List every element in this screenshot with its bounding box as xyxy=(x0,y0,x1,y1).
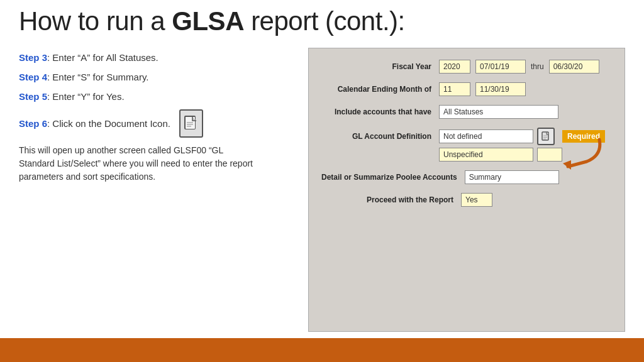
fiscal-year-row: Fiscal Year thru xyxy=(321,60,612,74)
title-brand: GLSA xyxy=(172,6,244,36)
proceed-row: Proceed with the Report xyxy=(321,193,612,207)
proceed-label: Proceed with the Report xyxy=(321,195,453,204)
gl-account-input[interactable] xyxy=(439,129,533,143)
left-panel: Step 3: Enter “A” for All Statuses. Step… xyxy=(19,48,289,332)
calendar-date-input[interactable] xyxy=(475,82,526,96)
title-suffix: report (cont.): xyxy=(244,6,405,36)
step-4-label: Step 4 xyxy=(19,72,47,82)
calendar-row: Calendar Ending Month of xyxy=(321,82,612,96)
unspecified-row xyxy=(439,148,612,162)
svg-marker-9 xyxy=(563,160,571,170)
fiscal-year-input[interactable] xyxy=(439,60,470,74)
step-4-line: Step 4: Enter “S” for Summary. xyxy=(19,70,289,84)
calendar-month-input[interactable] xyxy=(439,82,470,96)
page-title: How to run a GLSA report (cont.): xyxy=(0,0,644,36)
step-4-text: : Enter “S” for Summary. xyxy=(47,72,148,82)
accounts-label: Include accounts that have xyxy=(321,107,431,116)
gl-account-section: GL Account Definition Required xyxy=(321,128,612,162)
date-end-input[interactable] xyxy=(549,60,599,74)
step-3-label: Step 3 xyxy=(19,52,47,63)
step-6-text: : Click on the Document Icon. xyxy=(47,117,170,130)
bottom-bar xyxy=(0,338,644,362)
thru-label: thru xyxy=(531,62,544,71)
step-6-label: Step 6 xyxy=(19,117,47,130)
date-start-input[interactable] xyxy=(475,60,526,74)
poolee-input[interactable] xyxy=(465,170,559,184)
accounts-input[interactable] xyxy=(439,105,558,119)
step-5-label: Step 5 xyxy=(19,91,47,102)
unspecified-input[interactable] xyxy=(439,148,533,162)
step-5-line: Step 5: Enter “Y” for Yes. xyxy=(19,90,289,103)
fiscal-year-label: Fiscal Year xyxy=(321,62,431,71)
calendar-label: Calendar Ending Month of xyxy=(321,85,431,94)
step-5-text: : Enter “Y” for Yes. xyxy=(47,91,125,102)
step-3-text: : Enter “A” for All Statuses. xyxy=(47,52,158,63)
title-prefix: How to run a xyxy=(19,6,172,36)
content-area: Step 3: Enter “A” for All Statuses. Step… xyxy=(0,36,644,338)
main-container: How to run a GLSA report (cont.): Step 3… xyxy=(0,0,644,362)
arrow-indicator xyxy=(549,136,606,173)
document-icon-large[interactable] xyxy=(179,109,203,138)
poolee-label: Detail or Summarize Poolee Accounts xyxy=(321,173,457,182)
right-panel: Fiscal Year thru Calendar Ending Month o… xyxy=(308,48,625,332)
description-text: This will open up another screen called … xyxy=(19,144,258,184)
gl-account-label: GL Account Definition xyxy=(321,132,431,141)
step-6-line: Step 6: Click on the Document Icon. xyxy=(19,109,289,138)
accounts-row: Include accounts that have xyxy=(321,105,612,119)
proceed-input[interactable] xyxy=(461,193,492,207)
step-3-line: Step 3: Enter “A” for All Statuses. xyxy=(19,51,289,64)
